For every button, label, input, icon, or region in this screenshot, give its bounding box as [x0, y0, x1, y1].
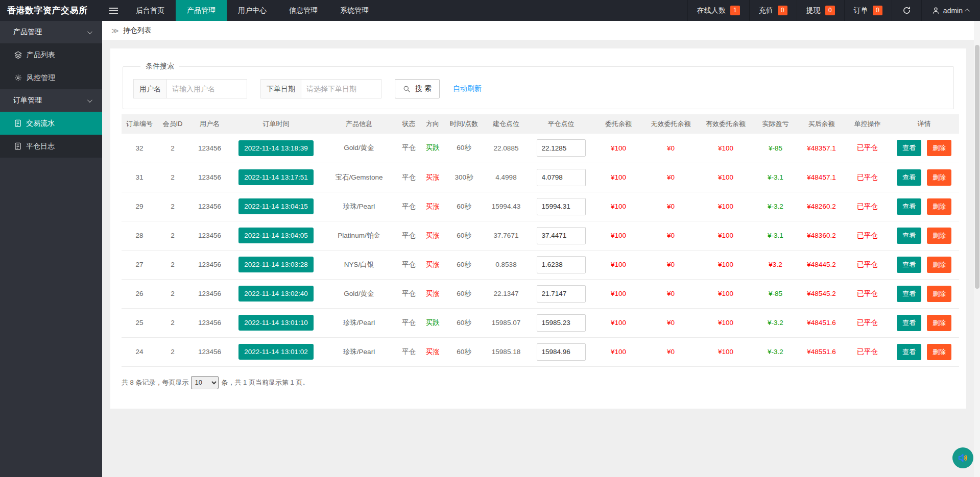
cell-status: 平仓	[397, 279, 420, 308]
sidebar-item-risk-control[interactable]: 风控管理	[0, 66, 102, 89]
sidebar-group-orders[interactable]: 订单管理	[0, 89, 102, 112]
top-menu-item-users[interactable]: 用户中心	[227, 0, 278, 21]
gear-icon	[14, 74, 22, 82]
close-point-input[interactable]	[537, 198, 586, 215]
profit-label: ¥-85	[769, 290, 782, 297]
delete-button[interactable]: 删除	[927, 315, 951, 331]
delete-button[interactable]: 删除	[927, 257, 951, 273]
search-icon	[403, 85, 411, 93]
cell-after-balance: ¥48451.6	[797, 308, 846, 337]
close-point-input[interactable]	[537, 139, 586, 157]
per-page-select[interactable]: 10	[191, 376, 219, 389]
user-menu[interactable]: admin	[921, 0, 980, 21]
close-point-input[interactable]	[537, 169, 586, 186]
cell-product: Platinum/铂金	[321, 221, 397, 250]
order-date-input[interactable]	[301, 79, 381, 98]
document-icon	[14, 142, 21, 150]
top-menu-item-info[interactable]: 信息管理	[278, 0, 329, 21]
cell-close-point	[529, 337, 593, 366]
close-point-input[interactable]	[537, 343, 586, 361]
cell-entrust-balance: ¥100	[593, 134, 644, 163]
cell-entrust-balance: ¥100	[593, 279, 644, 308]
view-button[interactable]: 查看	[897, 140, 921, 156]
cell-profit: ¥-3.1	[754, 163, 797, 192]
speaker-icon	[957, 452, 969, 464]
status-badge: 0	[825, 6, 835, 15]
page-scrollbar[interactable]	[974, 21, 980, 477]
cell-close-point	[529, 134, 593, 163]
cell-direction: 买涨	[420, 250, 445, 279]
column-header: 订单编号	[122, 114, 157, 134]
cell-duration: 60秒	[445, 134, 483, 163]
breadcrumb-chevrons-icon: ≫	[111, 27, 119, 35]
view-button[interactable]: 查看	[897, 228, 921, 244]
cell-duration: 60秒	[445, 192, 483, 221]
delete-button[interactable]: 删除	[927, 198, 951, 215]
delete-button[interactable]: 删除	[927, 169, 951, 186]
view-button[interactable]: 查看	[897, 344, 921, 360]
refresh-icon	[902, 6, 911, 15]
sidebar-item-label: 风控管理	[27, 73, 55, 83]
pagination: 共 8 条记录，每页显示 10 条，共 1 页当前显示第 1 页。	[122, 376, 955, 389]
cell-profit: ¥-3.2	[754, 337, 797, 366]
cell-status: 平仓	[397, 250, 420, 279]
stat-online-users[interactable]: 在线人数 1	[687, 0, 749, 21]
sidebar-item-close-log[interactable]: 平仓日志	[0, 135, 102, 158]
sidebar-item-product-list[interactable]: 产品列表	[0, 43, 102, 66]
top-menu-item-system[interactable]: 系统管理	[329, 0, 380, 21]
view-button[interactable]: 查看	[897, 315, 921, 331]
delete-button[interactable]: 删除	[927, 286, 951, 302]
scrollbar-thumb[interactable]	[975, 45, 979, 289]
cell-product: NYS/白银	[321, 250, 397, 279]
search-button[interactable]: 搜 索	[395, 79, 440, 98]
profit-label: ¥3.2	[769, 261, 782, 268]
cell-actions: 查看 删除	[889, 163, 959, 192]
view-button[interactable]: 查看	[897, 198, 921, 215]
cell-order-no: 31	[122, 163, 157, 192]
username-label: admin	[943, 7, 963, 15]
cell-actions: 查看 删除	[889, 250, 959, 279]
delete-button[interactable]: 删除	[927, 140, 951, 156]
delete-button[interactable]: 删除	[927, 344, 951, 360]
stat-deposits[interactable]: 充值 0	[749, 0, 797, 21]
sidebar-item-trade-flow[interactable]: 交易流水	[0, 112, 102, 135]
cell-after-balance: ¥48457.1	[797, 163, 846, 192]
cell-control-status: 已平仓	[846, 279, 889, 308]
sound-toggle-button[interactable]	[952, 447, 973, 468]
cell-direction: 买跌	[420, 308, 445, 337]
sidebar-group-products[interactable]: 产品管理	[0, 21, 102, 43]
stat-withdrawals[interactable]: 提现 0	[797, 0, 844, 21]
top-menu-item-home[interactable]: 后台首页	[125, 0, 176, 21]
cell-after-balance: ¥48445.2	[797, 250, 846, 279]
cell-entrust-balance: ¥100	[593, 250, 644, 279]
cell-direction: 买跌	[420, 134, 445, 163]
stat-orders[interactable]: 订单 0	[844, 0, 892, 21]
refresh-button[interactable]	[892, 0, 921, 21]
cell-open-point: 22.1347	[483, 279, 529, 308]
cell-valid-entrust: ¥100	[698, 221, 754, 250]
cell-invalid-entrust: ¥0	[644, 250, 698, 279]
cell-username: 123456	[188, 250, 231, 279]
close-point-input[interactable]	[537, 227, 586, 244]
order-date-filter: 下单日期	[260, 79, 381, 98]
close-point-input[interactable]	[537, 314, 586, 332]
delete-button[interactable]: 删除	[927, 228, 951, 244]
cell-actions: 查看 删除	[889, 308, 959, 337]
view-button[interactable]: 查看	[897, 169, 921, 186]
column-header: 无效委托余额	[644, 114, 698, 134]
cell-product: 珍珠/Pearl	[321, 308, 397, 337]
cell-product: 珍珠/Pearl	[321, 337, 397, 366]
cell-duration: 60秒	[445, 337, 483, 366]
hamburger-icon[interactable]	[102, 0, 125, 21]
cell-actions: 查看 删除	[889, 279, 959, 308]
profit-label: ¥-3.2	[768, 203, 783, 210]
view-button[interactable]: 查看	[897, 257, 921, 273]
top-menu-item-products[interactable]: 产品管理	[176, 0, 227, 21]
auto-refresh-link[interactable]: 自动刷新	[453, 84, 482, 93]
cell-member-id: 2	[157, 308, 188, 337]
view-button[interactable]: 查看	[897, 286, 921, 302]
cell-entrust-balance: ¥100	[593, 192, 644, 221]
username-input[interactable]	[166, 79, 247, 98]
close-point-input[interactable]	[537, 256, 586, 273]
close-point-input[interactable]	[537, 285, 586, 303]
